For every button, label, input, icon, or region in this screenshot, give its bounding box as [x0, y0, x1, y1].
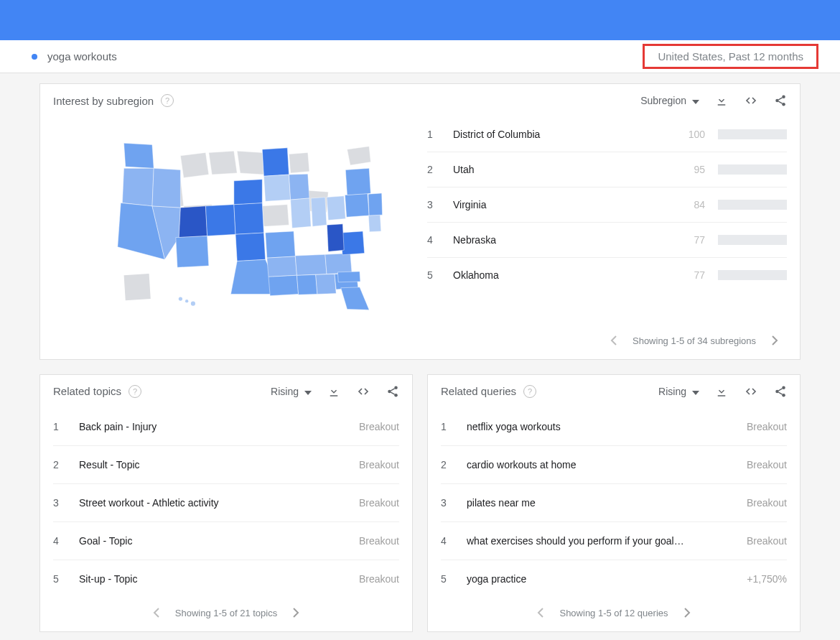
region-bar: [718, 270, 787, 280]
list-row[interactable]: 2Result - TopicBreakout: [53, 446, 399, 484]
us-map[interactable]: [53, 117, 420, 318]
state-pa[interactable]: [345, 193, 369, 217]
state-id[interactable]: [151, 168, 179, 208]
state-oh[interactable]: [327, 196, 345, 221]
region-bar: [718, 164, 787, 175]
state-ks[interactable]: [233, 203, 263, 234]
search-term[interactable]: yoga workouts: [32, 50, 117, 62]
state-wa[interactable]: [123, 143, 154, 168]
list-row[interactable]: 1netflix yoga workoutsBreakout: [441, 408, 787, 446]
state-nj[interactable]: [368, 215, 381, 232]
region-list: 1District of Columbia1002Utah953Virginia…: [420, 117, 787, 318]
state-ut[interactable]: [179, 206, 207, 238]
embed-icon[interactable]: [744, 386, 758, 397]
region-bar: [718, 129, 787, 139]
subregion-dropdown[interactable]: Subregion: [640, 95, 699, 106]
state-ct-ma[interactable]: [368, 193, 382, 215]
state-hi[interactable]: [178, 297, 195, 305]
state-sc[interactable]: [337, 272, 360, 282]
state-in[interactable]: [311, 198, 327, 227]
state-tn[interactable]: [295, 254, 327, 275]
download-icon[interactable]: [715, 385, 728, 398]
region-row[interactable]: 4Nebraska77: [427, 223, 787, 258]
region-card-actions: Subregion: [640, 94, 787, 107]
list-row[interactable]: 5Sit-up - TopicBreakout: [53, 560, 399, 598]
queries-dropdown-label: Rising: [658, 386, 686, 397]
share-icon[interactable]: [774, 94, 787, 107]
help-icon[interactable]: ?: [129, 385, 141, 398]
state-az[interactable]: [175, 236, 208, 267]
list-row[interactable]: 4what exercises should you perform if yo…: [441, 522, 787, 560]
state-or[interactable]: [122, 168, 154, 206]
state-ia[interactable]: [263, 175, 290, 201]
region-bar: [718, 200, 787, 210]
list-row[interactable]: 2cardio workouts at homeBreakout: [441, 446, 787, 484]
svg-point-1: [782, 96, 785, 99]
state-fl[interactable]: [340, 287, 368, 310]
state-mn[interactable]: [262, 148, 289, 176]
prev-page-icon[interactable]: [537, 608, 543, 618]
region-value: 84: [676, 199, 705, 210]
share-icon[interactable]: [774, 385, 787, 398]
prev-page-icon[interactable]: [153, 608, 159, 618]
list-row[interactable]: 3Street workout - Athletic activityBreak…: [53, 484, 399, 522]
state-co[interactable]: [205, 205, 235, 236]
queries-title: Related queries: [441, 385, 516, 397]
state-wv[interactable]: [327, 224, 344, 252]
queries-pagination: Showing 1-5 of 12 queries: [428, 598, 800, 631]
state-nc[interactable]: [325, 254, 351, 274]
region-name: Oklahoma: [453, 269, 663, 281]
list-label: Street workout - Athletic activity: [79, 497, 346, 509]
next-page-icon[interactable]: [684, 608, 691, 618]
svg-point-0: [775, 99, 779, 103]
region-card-title: Interest by subregion: [53, 95, 154, 107]
list-row[interactable]: 4Goal - TopicBreakout: [53, 522, 399, 560]
list-metric: Breakout: [747, 497, 787, 509]
subregion-dropdown-label: Subregion: [640, 95, 686, 106]
next-page-icon[interactable]: [772, 335, 778, 345]
prev-page-icon[interactable]: [610, 335, 617, 345]
search-term-text: yoga workouts: [47, 50, 117, 62]
list-label: yoga practice: [467, 573, 734, 585]
state-ms[interactable]: [297, 274, 317, 295]
state-il[interactable]: [290, 198, 310, 228]
embed-icon[interactable]: [744, 95, 758, 106]
region-row[interactable]: 1District of Columbia100: [427, 117, 787, 152]
filters-highlight[interactable]: United States, Past 12 months: [643, 44, 818, 69]
list-label: Sit-up - Topic: [79, 573, 346, 585]
chevron-down-icon: [692, 95, 699, 106]
state-va[interactable]: [340, 231, 364, 255]
download-icon[interactable]: [715, 94, 728, 107]
region-row[interactable]: 2Utah95: [427, 152, 787, 187]
svg-point-3: [178, 297, 182, 300]
download-icon[interactable]: [327, 385, 340, 398]
state-ny[interactable]: [345, 168, 370, 195]
region-card-body: 1District of Columbia1002Utah953Virginia…: [40, 117, 800, 325]
region-value: 100: [676, 129, 705, 140]
share-icon[interactable]: [386, 385, 399, 398]
list-label: Goal - Topic: [79, 535, 346, 547]
list-row[interactable]: 5yoga practice+1,750%: [441, 560, 787, 598]
list-row[interactable]: 3pilates near meBreakout: [441, 484, 787, 522]
queries-dropdown[interactable]: Rising: [658, 386, 699, 397]
list-metric: Breakout: [747, 459, 787, 470]
help-icon[interactable]: ?: [161, 94, 174, 107]
queries-title-wrap: Related queries ?: [441, 385, 536, 398]
embed-icon[interactable]: [356, 386, 370, 397]
search-bar: yoga workouts United States, Past 12 mon…: [0, 40, 840, 73]
region-row[interactable]: 3Virginia84: [427, 187, 787, 223]
help-icon[interactable]: ?: [523, 385, 536, 398]
state-ok[interactable]: [235, 233, 266, 261]
state-mo[interactable]: [265, 231, 295, 258]
state-ar[interactable]: [266, 256, 297, 277]
region-row[interactable]: 5Oklahoma77: [427, 258, 787, 292]
state-ak[interactable]: [123, 274, 150, 300]
state-wi[interactable]: [289, 174, 309, 200]
svg-point-8: [394, 394, 398, 397]
state-la[interactable]: [269, 275, 299, 295]
list-row[interactable]: 1Back pain - InjuryBreakout: [53, 408, 399, 446]
state-ne[interactable]: [233, 180, 261, 205]
topics-dropdown[interactable]: Rising: [271, 386, 312, 397]
state-al[interactable]: [315, 274, 335, 294]
next-page-icon[interactable]: [293, 608, 299, 618]
